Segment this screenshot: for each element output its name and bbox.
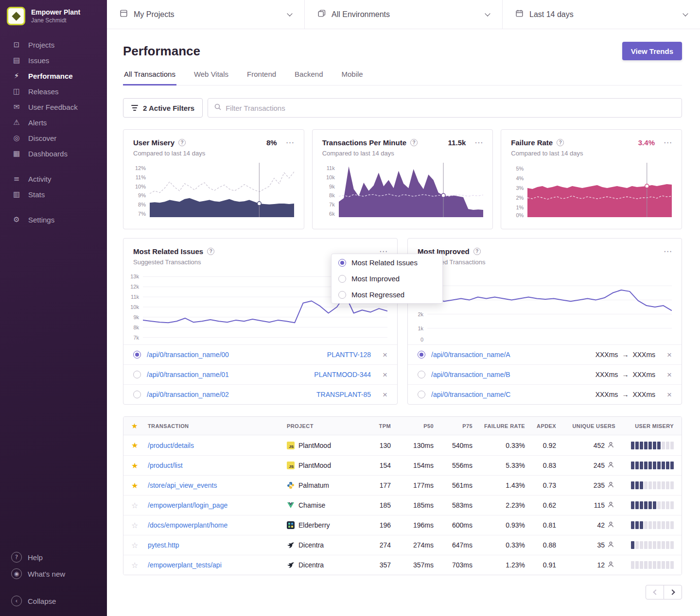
transaction-link[interactable]: /docs/empowerplant/home xyxy=(148,521,287,529)
transaction-link[interactable]: /api/0/transaction_name/C xyxy=(431,391,510,398)
tab-frontend[interactable]: Frontend xyxy=(246,70,277,86)
transaction-link[interactable]: /api/0/transaction_name/01 xyxy=(147,371,229,378)
radio-button[interactable] xyxy=(338,291,346,299)
tab-backend[interactable]: Backend xyxy=(294,70,324,86)
column-header[interactable]: PROJECT xyxy=(287,423,360,429)
radio-button[interactable] xyxy=(418,351,425,359)
previous-page-button[interactable] xyxy=(646,585,664,599)
sidebar-item-collapse[interactable]: ‹Collapse xyxy=(0,593,107,609)
tab-web-vitals[interactable]: Web Vitals xyxy=(193,70,229,86)
failure-rate-value: 2.23% xyxy=(472,501,525,509)
issue-link[interactable]: TRANSPLANT-85 xyxy=(316,391,371,398)
radio-button[interactable] xyxy=(418,391,425,398)
sidebar-item-releases[interactable]: ◫Releases xyxy=(0,84,107,99)
column-header[interactable]: USER MISERY xyxy=(615,423,674,429)
next-page-button[interactable] xyxy=(664,585,682,599)
ellipsis-icon[interactable]: ⋯ xyxy=(286,138,294,147)
issue-link[interactable]: PLANTTV-128 xyxy=(327,351,371,359)
close-icon[interactable]: × xyxy=(667,391,672,399)
tab-mobile[interactable]: Mobile xyxy=(340,70,364,86)
column-header[interactable]: TRANSACTION xyxy=(148,423,287,429)
search-input[interactable] xyxy=(226,104,676,112)
transaction-link[interactable]: /api/0/transaction_name/B xyxy=(431,371,510,378)
user-misery-bars xyxy=(615,561,674,569)
issue-link[interactable]: PLANTMOOD-344 xyxy=(314,371,371,378)
sidebar-item-settings[interactable]: ⚙Settings xyxy=(0,212,107,227)
transaction-link[interactable]: /empowerplant/login_page xyxy=(148,501,287,509)
star-icon[interactable]: ☆ xyxy=(131,541,148,550)
transaction-link[interactable]: /api/0/transaction_name/A xyxy=(431,351,510,359)
close-icon[interactable]: × xyxy=(667,371,672,379)
date-range-selector[interactable]: Last 14 days xyxy=(503,0,700,29)
transaction-link[interactable]: /empowerplant_tests/api xyxy=(148,561,287,569)
chevron-down-icon xyxy=(682,11,688,16)
sidebar-item-alerts[interactable]: ⚠Alerts xyxy=(0,115,107,130)
org-name: Empower Plant xyxy=(31,8,80,16)
sidebar-item-stats[interactable]: ▥Stats xyxy=(0,187,107,202)
ellipsis-icon[interactable]: ⋯ xyxy=(664,138,672,147)
column-header[interactable]: P75 xyxy=(434,423,472,429)
failure-rate-value: 5.33% xyxy=(472,462,525,469)
radio-button[interactable] xyxy=(133,351,141,359)
menu-option-most-improved[interactable]: Most Improved xyxy=(332,271,442,287)
column-header[interactable]: APDEX xyxy=(525,423,556,429)
close-icon[interactable]: × xyxy=(383,391,387,399)
star-icon[interactable]: ★ xyxy=(131,481,148,490)
sidebar-item-activity[interactable]: ≡Activity xyxy=(0,171,107,187)
question-icon[interactable]: ? xyxy=(207,248,214,255)
environments-icon xyxy=(317,9,326,19)
radio-button[interactable] xyxy=(418,371,425,378)
close-icon[interactable]: × xyxy=(383,351,387,359)
sidebar-item-performance[interactable]: ⚡Performance xyxy=(0,68,107,84)
question-icon[interactable]: ? xyxy=(178,139,186,146)
transaction-link[interactable]: /product/details xyxy=(148,442,287,449)
y-axis-label: 4% xyxy=(516,175,524,181)
transaction-link[interactable]: pytest.http xyxy=(148,541,287,549)
column-header[interactable]: FAILURE RATE xyxy=(472,423,525,429)
active-filters-button[interactable]: 2 Active Filters xyxy=(123,98,203,118)
question-icon[interactable]: ? xyxy=(473,248,481,255)
settings-icon: ⚙ xyxy=(12,215,21,224)
menu-option-most-regressed[interactable]: Most Regressed xyxy=(332,287,442,303)
sidebar-item-help[interactable]: ?Help xyxy=(0,549,107,565)
y-axis-label: 8% xyxy=(138,202,146,207)
transaction-link[interactable]: /api/0/transaction_name/00 xyxy=(147,351,229,359)
sidebar-item-what-s-new[interactable]: ◉What's new xyxy=(0,565,107,582)
close-icon[interactable]: × xyxy=(383,371,387,379)
menu-option-most-related-issues[interactable]: Most Related Issues xyxy=(332,255,442,271)
transaction-link[interactable]: /api/0/transaction_name/02 xyxy=(147,391,229,398)
y-axis-label: 7k xyxy=(329,202,335,207)
star-icon[interactable]: ★ xyxy=(131,441,148,450)
environment-selector[interactable]: All Environments xyxy=(305,0,503,29)
ellipsis-icon[interactable]: ⋯ xyxy=(664,247,672,256)
question-icon[interactable]: ? xyxy=(410,139,418,146)
discover-icon: ◎ xyxy=(12,134,21,142)
sidebar-item-discover[interactable]: ◎Discover xyxy=(0,130,107,146)
table-row: ★/product/listJSPlantMood154154ms556ms5.… xyxy=(123,455,682,475)
question-icon[interactable]: ? xyxy=(557,139,564,146)
sidebar-item-user-feedback[interactable]: ✉User Feedback xyxy=(0,99,107,115)
column-header[interactable]: UNIQUE USERS xyxy=(556,423,615,429)
star-icon[interactable]: ☆ xyxy=(131,521,148,530)
radio-button[interactable] xyxy=(133,371,141,378)
star-icon[interactable]: ☆ xyxy=(131,501,148,510)
ellipsis-icon[interactable]: ⋯ xyxy=(474,138,483,147)
tab-all-transactions[interactable]: All Transactions xyxy=(123,70,176,86)
project-selector[interactable]: My Projects xyxy=(107,0,305,29)
org-switcher[interactable]: Empower Plant Jane Schmidt xyxy=(0,0,107,30)
transaction-link[interactable]: /store/api_view_events xyxy=(148,481,287,489)
star-icon[interactable]: ☆ xyxy=(131,561,148,570)
column-header[interactable]: P50 xyxy=(391,423,434,429)
view-trends-button[interactable]: View Trends xyxy=(622,42,682,60)
sidebar-item-projects[interactable]: ⊡Projects xyxy=(0,37,107,52)
close-icon[interactable]: × xyxy=(667,351,672,359)
sidebar-item-dashboards[interactable]: ▦Dashboards xyxy=(0,146,107,161)
sidebar-item-issues[interactable]: ▤Issues xyxy=(0,52,107,68)
transaction-link[interactable]: /product/list xyxy=(148,462,287,469)
duration-after: XXXms xyxy=(632,391,655,398)
radio-button[interactable] xyxy=(338,275,346,283)
star-icon[interactable]: ★ xyxy=(131,461,148,470)
radio-button[interactable] xyxy=(133,391,141,398)
column-header[interactable]: TPM xyxy=(360,423,391,429)
radio-button[interactable] xyxy=(338,259,346,267)
